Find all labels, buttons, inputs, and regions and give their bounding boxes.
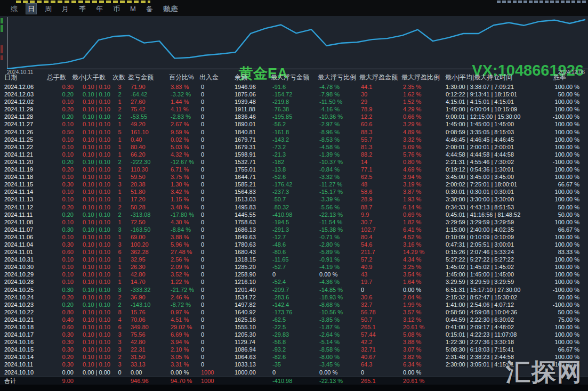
table-row[interactable]: 2024.10.150.300.10 | 0.10322.312.10 %010… [0, 346, 588, 353]
column-header[interactable]: 日期 [4, 73, 47, 82]
menu-item-综[interactable]: 综 [9, 4, 19, 14]
menu-item-周[interactable]: 周 [43, 4, 53, 14]
cell: 1640.92 [233, 308, 269, 316]
column-header[interactable]: 最小|大手数 [72, 73, 112, 82]
column-header[interactable]: 最大浮亏比例 [318, 73, 359, 82]
cell: 2024.10.24 [4, 294, 47, 301]
cell: 0.10 | 0.10 [80, 233, 113, 241]
cell: 5.08 % [400, 331, 444, 338]
cell: 1 [113, 120, 126, 128]
cell: 3:29:59 | 3:29:59 | 3:29:59 [444, 218, 552, 226]
cell: 1:45:00 | 1:45:00 | 1:45:00 [444, 271, 552, 278]
cell: 4.89 % [400, 128, 444, 136]
column-header[interactable]: 最大浮亏金额 [271, 73, 318, 82]
table-row[interactable]: 2024.11.060.100.10 | 0.10169.003.88 %018… [0, 233, 588, 241]
column-header[interactable]: 总手数 [47, 73, 72, 82]
cell: 0 [198, 294, 233, 301]
menu-item-币[interactable]: 币 [111, 4, 122, 14]
table-row[interactable]: 2024.11.210.100.10 | 0.10166.204.32 %015… [0, 151, 588, 158]
menu-item-备[interactable]: 备 [144, 4, 155, 14]
cell: 0.10 [47, 151, 80, 158]
cell: -52.6 [269, 173, 316, 181]
column-header[interactable]: 百分比% [169, 73, 199, 82]
table-row[interactable]: 2024.11.070.300.10 | 0.103-163.50-8.84 %… [0, 226, 588, 233]
menu-item-月[interactable]: 月 [60, 4, 70, 14]
table-row[interactable]: 2024.11.190.200.10 | 0.102110.306.71 %01… [0, 166, 588, 173]
menu-item-年[interactable]: 年 [94, 4, 104, 14]
table-row[interactable]: 2024.10.160.300.10 | 0.10342.803.94 %011… [0, 338, 588, 346]
cell: 66.67 % [552, 346, 588, 353]
cell: 3.54 % [400, 271, 444, 278]
table-row[interactable]: 2024.11.150.300.10 | 0.10320.381.30 %015… [0, 181, 588, 188]
table-row[interactable]: 2024.10.220.800.10 | 0.10815.760.97 %016… [0, 308, 588, 316]
table-row[interactable]: 2024.10.110.300.10 | 0.10333.133.31 %010… [0, 361, 588, 368]
cell: 43 [358, 271, 400, 278]
cell: 4.34 % [400, 256, 444, 263]
column-header[interactable]: 余额 [235, 73, 271, 82]
table-row[interactable]: 2024.10.230.200.10 | 0.102-143.10-8.72 %… [0, 301, 588, 308]
table-row[interactable]: 2024.10.210.400.10 | 0.10470.064.51 %016… [0, 316, 588, 323]
table-row[interactable]: 2024.11.120.200.10 | 0.10250.283.48 %014… [0, 203, 588, 211]
table-row[interactable]: 2024.11.260.500.10 | 0.105161.109.59 %01… [0, 128, 588, 136]
cell: 0.66 % [400, 113, 444, 120]
column-header[interactable]: 胜率 [553, 73, 588, 82]
cell: 9:00:01 | 12:15:00 | 15:30:00 [444, 113, 552, 120]
menu-item-日[interactable]: 日 [26, 4, 36, 14]
table-row[interactable]: 2024.11.130.100.10 | 0.10117.201.15 %015… [0, 196, 588, 203]
table-row[interactable]: 2024.11.110.200.10 | 0.102-313.08-17.80 … [0, 211, 588, 218]
column-header[interactable]: 最大浮盈金额 [359, 73, 401, 82]
column-header[interactable]: 出入金 [199, 73, 235, 82]
table-row[interactable]: 2024.12.060.300.10 | 0.10371.903.83 %019… [0, 83, 588, 91]
table-row[interactable]: 2024.11.080.100.10 | 0.10172.504.30 %017… [0, 218, 588, 226]
table-row[interactable]: 2024.12.030.200.10 | 0.102-64.42-3.32 %0… [0, 91, 588, 98]
table-row[interactable]: 2024.10.250.300.10 | 0.103-333.32-21.72 … [0, 286, 588, 294]
cell: 0:12:22 | 9:13:41 | 18:15:01 [444, 91, 552, 98]
menu-item-季[interactable]: 季 [77, 4, 87, 14]
cell: 1000 [198, 369, 233, 376]
table-row[interactable]: 2024.10.300.100.10 | 0.10126.302.09 %012… [0, 263, 588, 271]
table-row[interactable]: 2024.10.310.100.10 | 0.10132.952.56 %013… [0, 256, 588, 263]
cell: 1.99 % [400, 301, 444, 308]
cell: -52.4 [269, 278, 316, 286]
cell: -182 [269, 158, 316, 166]
cell: 1.82 % [400, 218, 444, 226]
table-row[interactable]: 2024.11.270.100.10 | 0.10149.202.67 %018… [0, 120, 588, 128]
cell: -100.00 % [552, 113, 588, 120]
cell: 66.67 % [552, 181, 588, 188]
table-row[interactable]: 2024.11.010.600.10 | 0.106362.2827.48 %0… [0, 248, 588, 256]
table-row[interactable]: 2024.11.220.100.10 | 0.10180.405.03 %016… [0, 143, 588, 151]
cell: 9.59 % [167, 128, 198, 136]
table-row[interactable]: 2024.11.200.200.10 | 0.102-222.30-12.67 … [0, 158, 588, 166]
menu-item-trail[interactable]: 轨迹 [164, 4, 178, 14]
table-row[interactable]: 2024.11.140.100.10 | 0.10151.803.42 %015… [0, 188, 588, 196]
cell: 0.10 | 0.10 [80, 143, 113, 151]
table-row[interactable]: 2024.10.280.100.10 | 0.10114.701.22 %012… [0, 278, 588, 286]
cell: 0 [198, 248, 233, 256]
table-row[interactable]: 2024.11.290.200.10 | 0.10275.424.11 %019… [0, 105, 588, 113]
cell: -80.32 [269, 203, 316, 211]
table-row[interactable]: 2024.11.040.300.10 | 0.103100.205.96 %01… [0, 241, 588, 248]
table-row[interactable]: 2024.11.280.200.10 | 0.102-53.55-2.83 %0… [0, 113, 588, 120]
column-header[interactable]: 次数 [112, 73, 128, 82]
cell: 0.00 % [400, 369, 444, 376]
cell: 1532.71 [233, 158, 269, 166]
cell: 0:08:59 | 3:35:05 | 8:15:03 [444, 128, 552, 136]
table-row[interactable]: 2024.10.180.600.10 | 0.106349.8029.02 %0… [0, 323, 588, 331]
table-row[interactable]: 2024.12.020.100.10 | 0.10127.601.44 %019… [0, 98, 588, 105]
table-row[interactable]: 2024.10.140.200.10 | 0.10231.503.05 %010… [0, 353, 588, 361]
column-header[interactable]: 盈亏金额 [128, 73, 169, 82]
column-header[interactable]: 最大浮盈比例 [401, 73, 445, 82]
cell: 48 [358, 181, 400, 188]
table-row[interactable]: 2024.10.290.100.10 | 0.10142.803.52 %012… [0, 271, 588, 278]
cell: 42.80 [126, 271, 167, 278]
cell: 0 [198, 83, 233, 91]
table-row[interactable]: 2024.11.250.100.10 | 0.1010.400.02 %0167… [0, 136, 588, 143]
table-row[interactable]: 2024.11.180.100.10 | 0.10159.503.75 %016… [0, 173, 588, 181]
table-row[interactable]: 2024.10.240.200.10 | 0.10236.902.46 %015… [0, 294, 588, 301]
cell: -22.13 % [316, 211, 358, 218]
cell: 20.61 % [400, 323, 444, 331]
table-row[interactable]: 2024.10.100.000.00 | 0.0000.000.00 %1000… [0, 369, 588, 376]
table-row[interactable]: 2024.10.170.300.10 | 0.10375.566.69 %012… [0, 331, 588, 338]
menu-item-M[interactable]: M [128, 4, 138, 14]
column-header[interactable]: 最小|平均|最大持仓时间 [445, 73, 553, 82]
